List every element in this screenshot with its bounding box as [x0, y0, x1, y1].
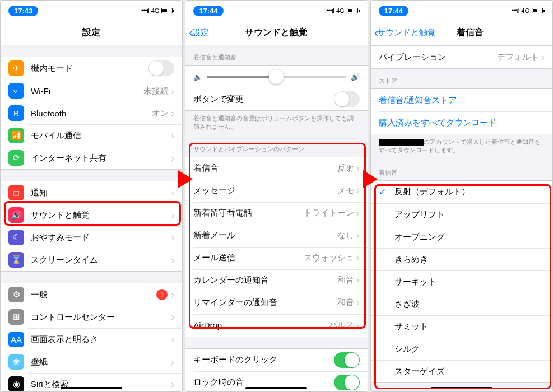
download-purchased-link[interactable]: 購入済みをすべてダウンロード	[371, 111, 552, 134]
ringtone-label: サミット	[394, 321, 545, 332]
row-label: コントロールセンター	[31, 312, 171, 323]
status-bar: 17:44 •••ıl 4G	[371, 1, 552, 21]
speaker-high-icon: 🔊	[351, 73, 360, 81]
button-change-row[interactable]: ボタンで変更	[185, 88, 367, 110]
ringtone-label: 反射（デフォルト）	[394, 186, 545, 197]
settings-row[interactable]: ⟳インターネット共有›	[1, 147, 182, 169]
chevron-right-icon: ›	[171, 232, 174, 244]
row-value: トライトーン	[304, 208, 354, 218]
ringtone-label: アップリフト	[394, 209, 545, 220]
battery-icon	[347, 8, 360, 13]
vibration-row[interactable]: バイブレーション デフォルト ›	[371, 46, 552, 68]
chevron-right-icon: ›	[171, 187, 174, 199]
row-label: メッセージ	[193, 185, 337, 196]
ringtone-label: スターゲイズ	[394, 366, 545, 377]
row-label: モバイル通信	[31, 130, 171, 141]
ringtone-row[interactable]: シルク	[371, 338, 552, 360]
check-icon: ✓	[379, 186, 392, 197]
ringtone-row[interactable]: さざ波	[371, 293, 552, 315]
chevron-right-icon: ›	[171, 311, 174, 323]
pattern-row[interactable]: メッセージメモ›	[185, 180, 367, 202]
pattern-row[interactable]: 着信音反射›	[185, 157, 367, 180]
row-label: ボタンで変更	[193, 94, 333, 105]
scroll-area[interactable]: 着信音と通知音 🔈 🔊 ボタンで変更 着信音と通知音の音量はボリュームボタンを操…	[185, 45, 367, 391]
chevron-right-icon: ›	[356, 252, 360, 264]
pattern-row[interactable]: カレンダーの通知音和音›	[185, 269, 367, 292]
nav-title: サウンドと触覚	[245, 27, 308, 39]
settings-row[interactable]: ❀壁紙›	[1, 351, 182, 373]
ringtone-row[interactable]: ✓反射（デフォルト）	[371, 181, 552, 203]
nav-title: 着信音	[457, 27, 484, 39]
ringtone-row[interactable]: アップリフト	[371, 203, 552, 226]
network-label: 4G	[336, 7, 345, 14]
chevron-right-icon: ›	[171, 152, 174, 164]
settings-row[interactable]: □通知›	[1, 181, 182, 204]
home-indicator[interactable]	[431, 387, 492, 389]
back-button[interactable]: ‹ 設定	[189, 27, 208, 39]
sounds-screen: 17:44 •••ıl 4G ‹ 設定 サウンドと触覚 着信音と通知音 🔈	[185, 0, 368, 392]
row-label: 新着メール	[193, 230, 337, 241]
row-value: 未接続	[143, 86, 169, 96]
section-footer: 着信音と通知音の音量はボリュームボタンを操作しても調節されません。	[185, 111, 367, 137]
row-icon: ⚙	[8, 287, 24, 302]
back-label: サウンドと触覚	[377, 27, 436, 38]
chevron-right-icon: ›	[171, 379, 174, 390]
store-footer: のアカウントで購入した着信音と通知音をすべてダウンロードします。	[371, 134, 552, 161]
settings-row[interactable]: ⊞コントロールセンター›	[1, 306, 182, 328]
ringtone-row[interactable]: オープニング	[371, 226, 552, 248]
back-button[interactable]: ‹ サウンドと触覚	[374, 27, 436, 39]
pattern-row[interactable]: 新着メールなし›	[185, 225, 367, 247]
row-label: 通知	[31, 188, 171, 198]
pattern-row[interactable]: AirDropパルス›	[185, 314, 367, 337]
toggle-button-change[interactable]	[334, 91, 360, 107]
toggle[interactable]	[148, 60, 174, 76]
chevron-right-icon: ›	[356, 162, 360, 174]
row-icon: ✈	[8, 60, 24, 76]
pattern-row[interactable]: 新着留守番電話トライトーン›	[185, 202, 367, 225]
keyboard-click-row[interactable]: キーボードのクリック	[185, 349, 367, 371]
pattern-row[interactable]: メール送信スウォッシュ›	[185, 247, 367, 269]
chevron-right-icon: ›	[171, 108, 174, 119]
scroll-area[interactable]: ✈機内モードᯤWi-Fi未接続›BBluetoothオン›📶モバイル通信›⟳イン…	[1, 45, 182, 391]
settings-row[interactable]: BBluetoothオン›	[1, 102, 182, 124]
ringtone-screen: 17:44 •••ıl 4G ‹ サウンドと触覚 着信音 バイブレーション デフ…	[370, 0, 553, 392]
battery-icon	[161, 8, 174, 13]
home-indicator[interactable]	[61, 387, 122, 389]
ringtone-label: シルク	[394, 344, 545, 354]
status-right: •••ıl 4G	[326, 7, 359, 15]
row-label: 購入済みをすべてダウンロード	[379, 118, 545, 128]
row-value: メモ	[337, 185, 354, 196]
settings-row[interactable]: ⚙一般1›	[1, 283, 182, 306]
row-label: 着信音/通知音ストア	[379, 95, 545, 106]
ringtone-label: さざ波	[394, 299, 545, 310]
pattern-row[interactable]: リマインダーの通知音和音›	[185, 292, 367, 314]
settings-row[interactable]: ᯤWi-Fi未接続›	[1, 80, 182, 102]
ringtone-row[interactable]: スターゲイズ	[371, 360, 552, 382]
chevron-right-icon: ›	[356, 319, 360, 331]
section-header-store: ストア	[371, 69, 552, 88]
volume-slider-row[interactable]: 🔈 🔊	[185, 66, 367, 88]
settings-row[interactable]: 🔊サウンドと触覚›	[1, 204, 182, 226]
settings-row[interactable]: ✈機内モード	[1, 57, 182, 80]
section-header-ringtone: 着信音	[371, 161, 552, 180]
home-indicator[interactable]	[245, 387, 307, 389]
row-label: 着信音	[193, 163, 337, 174]
nav-bar: ‹ サウンドと触覚 着信音	[371, 21, 552, 45]
row-icon: ◉	[8, 376, 24, 391]
volume-slider[interactable]	[207, 76, 346, 78]
ringtone-row[interactable]: サミット	[371, 315, 552, 338]
redacted-account	[379, 139, 424, 146]
settings-row[interactable]: ☾おやすみモード›	[1, 226, 182, 249]
arrow-icon	[363, 170, 378, 188]
tone-store-link[interactable]: 着信音/通知音ストア	[371, 89, 552, 111]
ringtone-row[interactable]: サーキット	[371, 270, 552, 293]
settings-row[interactable]: AA画面表示と明るさ›	[1, 328, 182, 351]
row-value: なし	[337, 230, 354, 241]
toggle-keyboard-click[interactable]	[334, 352, 360, 368]
ringtone-row[interactable]: きらめき	[371, 248, 552, 270]
scroll-area[interactable]: バイブレーション デフォルト › ストア 着信音/通知音ストア 購入済みをすべて…	[371, 45, 552, 391]
toggle-lock-sound[interactable]	[334, 375, 360, 390]
settings-row[interactable]: ⌛スクリーンタイム›	[1, 249, 182, 271]
settings-row[interactable]: 📶モバイル通信›	[1, 124, 182, 147]
arrow-icon	[178, 170, 193, 188]
